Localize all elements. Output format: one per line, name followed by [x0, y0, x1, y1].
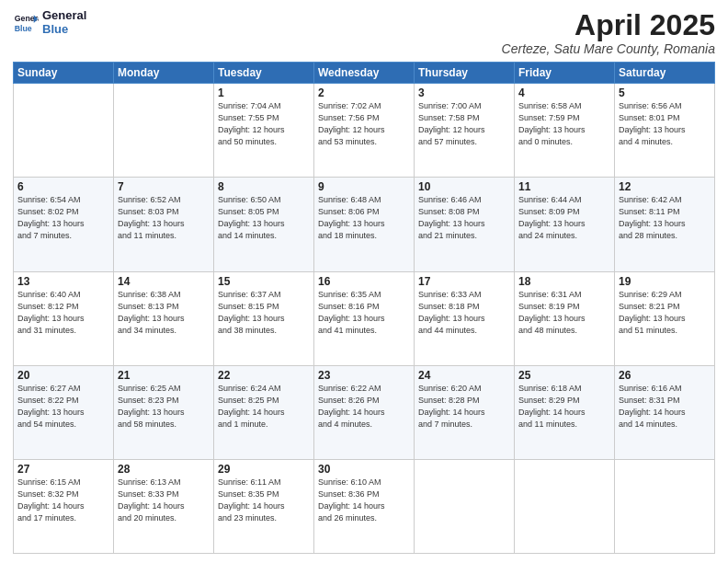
- day-number: 4: [518, 86, 610, 99]
- day-info: Sunrise: 6:46 AM Sunset: 8:08 PM Dayligh…: [418, 194, 510, 242]
- calendar-cell: 23Sunrise: 6:22 AM Sunset: 8:26 PM Dayli…: [314, 365, 415, 459]
- day-info: Sunrise: 6:24 AM Sunset: 8:25 PM Dayligh…: [218, 383, 310, 431]
- day-info: Sunrise: 6:40 AM Sunset: 8:12 PM Dayligh…: [17, 289, 109, 337]
- logo-line2: Blue: [42, 23, 86, 37]
- day-number: 29: [218, 463, 310, 476]
- day-number: 24: [418, 369, 510, 382]
- day-info: Sunrise: 6:38 AM Sunset: 8:13 PM Dayligh…: [118, 289, 210, 337]
- calendar-cell: 24Sunrise: 6:20 AM Sunset: 8:28 PM Dayli…: [415, 365, 515, 459]
- day-info: Sunrise: 6:48 AM Sunset: 8:06 PM Dayligh…: [318, 194, 410, 242]
- calendar-cell: 7Sunrise: 6:52 AM Sunset: 8:03 PM Daylig…: [114, 178, 214, 271]
- day-info: Sunrise: 7:02 AM Sunset: 7:56 PM Dayligh…: [318, 100, 410, 148]
- day-info: Sunrise: 6:16 AM Sunset: 8:31 PM Dayligh…: [619, 383, 711, 431]
- calendar-cell: 15Sunrise: 6:37 AM Sunset: 8:15 PM Dayli…: [214, 271, 314, 365]
- calendar-cell: 13Sunrise: 6:40 AM Sunset: 8:12 PM Dayli…: [14, 271, 114, 365]
- logo-icon: General Blue: [13, 10, 39, 36]
- day-info: Sunrise: 6:50 AM Sunset: 8:05 PM Dayligh…: [218, 194, 310, 242]
- day-number: 13: [17, 275, 109, 288]
- day-info: Sunrise: 6:22 AM Sunset: 8:26 PM Dayligh…: [318, 383, 410, 431]
- day-number: 27: [17, 463, 109, 476]
- calendar-cell: 27Sunrise: 6:15 AM Sunset: 8:32 PM Dayli…: [14, 459, 114, 553]
- weekday-header-friday: Friday: [515, 63, 615, 84]
- day-info: Sunrise: 6:54 AM Sunset: 8:02 PM Dayligh…: [17, 194, 109, 242]
- calendar-cell: 20Sunrise: 6:27 AM Sunset: 8:22 PM Dayli…: [14, 365, 114, 459]
- calendar-cell: 30Sunrise: 6:10 AM Sunset: 8:36 PM Dayli…: [314, 459, 415, 553]
- calendar-cell: 28Sunrise: 6:13 AM Sunset: 8:33 PM Dayli…: [114, 459, 214, 553]
- day-info: Sunrise: 7:04 AM Sunset: 7:55 PM Dayligh…: [218, 100, 310, 148]
- day-info: Sunrise: 6:35 AM Sunset: 8:16 PM Dayligh…: [318, 289, 410, 337]
- day-info: Sunrise: 6:11 AM Sunset: 8:35 PM Dayligh…: [218, 477, 310, 524]
- day-number: 30: [318, 463, 410, 476]
- day-number: 19: [619, 275, 711, 288]
- day-number: 14: [118, 275, 210, 288]
- calendar-cell: 17Sunrise: 6:33 AM Sunset: 8:18 PM Dayli…: [415, 271, 515, 365]
- day-number: 21: [118, 369, 210, 382]
- calendar-cell: 4Sunrise: 6:58 AM Sunset: 7:59 PM Daylig…: [515, 84, 615, 178]
- day-number: 22: [218, 369, 310, 382]
- calendar-cell: 14Sunrise: 6:38 AM Sunset: 8:13 PM Dayli…: [114, 271, 214, 365]
- day-info: Sunrise: 6:37 AM Sunset: 8:15 PM Dayligh…: [218, 289, 310, 337]
- week-row-5: 27Sunrise: 6:15 AM Sunset: 8:32 PM Dayli…: [14, 459, 715, 553]
- day-info: Sunrise: 6:52 AM Sunset: 8:03 PM Dayligh…: [118, 194, 210, 242]
- day-number: 8: [218, 180, 310, 193]
- svg-text:Blue: Blue: [15, 24, 32, 33]
- calendar-cell: 3Sunrise: 7:00 AM Sunset: 7:58 PM Daylig…: [415, 84, 515, 178]
- day-info: Sunrise: 6:20 AM Sunset: 8:28 PM Dayligh…: [418, 383, 510, 431]
- day-number: 26: [619, 369, 711, 382]
- day-number: 1: [218, 86, 310, 99]
- day-number: 15: [218, 275, 310, 288]
- day-number: 6: [17, 180, 109, 193]
- calendar-cell: 9Sunrise: 6:48 AM Sunset: 8:06 PM Daylig…: [314, 178, 415, 271]
- weekday-header-wednesday: Wednesday: [314, 63, 415, 84]
- day-info: Sunrise: 7:00 AM Sunset: 7:58 PM Dayligh…: [418, 100, 510, 148]
- day-number: 3: [418, 86, 510, 99]
- calendar-cell: 6Sunrise: 6:54 AM Sunset: 8:02 PM Daylig…: [14, 178, 114, 271]
- title-block: April 2025 Certeze, Satu Mare County, Ro…: [502, 9, 715, 56]
- weekday-header-monday: Monday: [114, 63, 214, 84]
- day-number: 28: [118, 463, 210, 476]
- day-info: Sunrise: 6:15 AM Sunset: 8:32 PM Dayligh…: [17, 477, 109, 524]
- page: General Blue General Blue April 2025 Cer…: [0, 0, 728, 563]
- calendar-body: 1Sunrise: 7:04 AM Sunset: 7:55 PM Daylig…: [14, 84, 715, 554]
- calendar-cell: 22Sunrise: 6:24 AM Sunset: 8:25 PM Dayli…: [214, 365, 314, 459]
- weekday-header-tuesday: Tuesday: [214, 63, 314, 84]
- calendar-cell: [415, 459, 515, 553]
- day-number: 5: [619, 86, 711, 99]
- day-info: Sunrise: 6:18 AM Sunset: 8:29 PM Dayligh…: [518, 383, 610, 431]
- calendar-cell: [515, 459, 615, 553]
- calendar-cell: [14, 84, 114, 178]
- calendar-cell: 1Sunrise: 7:04 AM Sunset: 7:55 PM Daylig…: [214, 84, 314, 178]
- day-info: Sunrise: 6:10 AM Sunset: 8:36 PM Dayligh…: [318, 477, 410, 524]
- weekday-header-sunday: Sunday: [14, 63, 114, 84]
- calendar-cell: 18Sunrise: 6:31 AM Sunset: 8:19 PM Dayli…: [515, 271, 615, 365]
- calendar-cell: 5Sunrise: 6:56 AM Sunset: 8:01 PM Daylig…: [615, 84, 715, 178]
- week-row-4: 20Sunrise: 6:27 AM Sunset: 8:22 PM Dayli…: [14, 365, 715, 459]
- week-row-1: 1Sunrise: 7:04 AM Sunset: 7:55 PM Daylig…: [14, 84, 715, 178]
- day-info: Sunrise: 6:33 AM Sunset: 8:18 PM Dayligh…: [418, 289, 510, 337]
- day-info: Sunrise: 6:56 AM Sunset: 8:01 PM Dayligh…: [619, 100, 711, 148]
- calendar-cell: 21Sunrise: 6:25 AM Sunset: 8:23 PM Dayli…: [114, 365, 214, 459]
- day-number: 25: [518, 369, 610, 382]
- day-number: 23: [318, 369, 410, 382]
- calendar-cell: [615, 459, 715, 553]
- day-info: Sunrise: 6:13 AM Sunset: 8:33 PM Dayligh…: [118, 477, 210, 524]
- day-number: 16: [318, 275, 410, 288]
- header: General Blue General Blue April 2025 Cer…: [13, 9, 715, 56]
- day-info: Sunrise: 6:42 AM Sunset: 8:11 PM Dayligh…: [619, 194, 711, 242]
- calendar-cell: 19Sunrise: 6:29 AM Sunset: 8:21 PM Dayli…: [615, 271, 715, 365]
- day-number: 7: [118, 180, 210, 193]
- day-number: 17: [418, 275, 510, 288]
- week-row-2: 6Sunrise: 6:54 AM Sunset: 8:02 PM Daylig…: [14, 178, 715, 271]
- calendar-cell: 26Sunrise: 6:16 AM Sunset: 8:31 PM Dayli…: [615, 365, 715, 459]
- day-number: 9: [318, 180, 410, 193]
- logo: General Blue General Blue: [13, 9, 86, 37]
- calendar-cell: [114, 84, 214, 178]
- calendar-table: SundayMondayTuesdayWednesdayThursdayFrid…: [13, 62, 715, 554]
- subtitle: Certeze, Satu Mare County, Romania: [502, 41, 715, 56]
- calendar-cell: 25Sunrise: 6:18 AM Sunset: 8:29 PM Dayli…: [515, 365, 615, 459]
- calendar-cell: 11Sunrise: 6:44 AM Sunset: 8:09 PM Dayli…: [515, 178, 615, 271]
- day-number: 2: [318, 86, 410, 99]
- weekday-header-thursday: Thursday: [415, 63, 515, 84]
- day-number: 11: [518, 180, 610, 193]
- day-info: Sunrise: 6:25 AM Sunset: 8:23 PM Dayligh…: [118, 383, 210, 431]
